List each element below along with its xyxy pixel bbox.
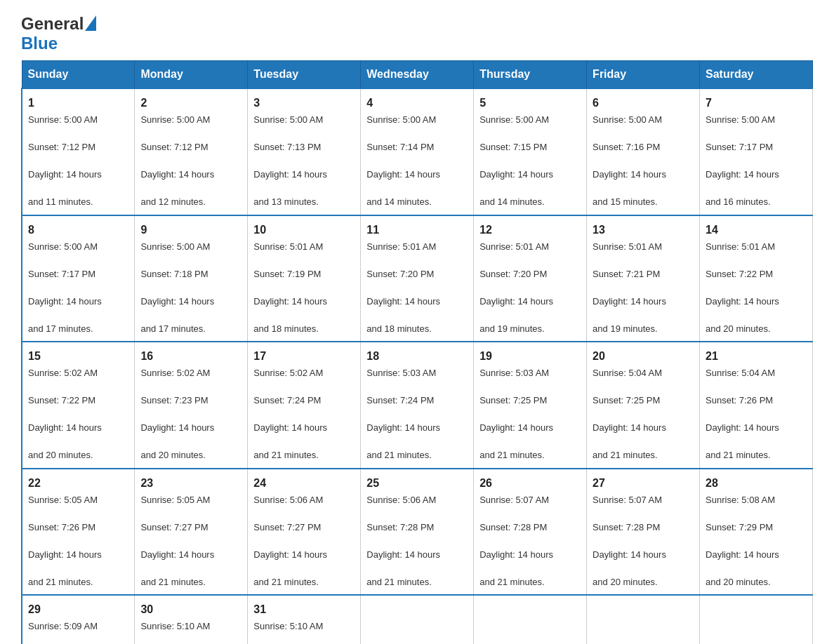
daylight-minutes: and 20 minutes. (706, 322, 807, 336)
daylight-label: Daylight: 14 hours (28, 168, 128, 182)
sunrise-label: Sunrise: 5:07 AM (593, 493, 694, 507)
calendar-cell: 1Sunrise: 5:00 AMSunset: 7:12 PMDaylight… (22, 88, 135, 215)
sunset-label: Sunset: 7:16 PM (593, 140, 694, 154)
calendar-cell: 8Sunrise: 5:00 AMSunset: 7:17 PMDaylight… (22, 215, 135, 342)
sunset-label: Sunset: 7:27 PM (140, 521, 241, 535)
daylight-label: Daylight: 14 hours (253, 548, 355, 562)
weekday-header-monday: Monday (135, 61, 248, 89)
daylight-label: Daylight: 14 hours (479, 548, 581, 562)
daylight-label: Daylight: 14 hours (366, 421, 468, 435)
day-number: 15 (28, 348, 128, 365)
sunset-label: Sunset: 7:28 PM (366, 521, 468, 535)
sunrise-label: Sunrise: 5:02 AM (28, 366, 128, 380)
sunset-label: Sunset: 7:23 PM (140, 394, 241, 408)
weekday-header-saturday: Saturday (700, 61, 813, 89)
sunset-label: Sunset: 7:26 PM (706, 394, 807, 408)
day-number: 24 (253, 475, 355, 492)
sunset-label: Sunset: 7:17 PM (706, 140, 807, 154)
daylight-minutes: and 21 minutes. (28, 575, 128, 589)
sunrise-label: Sunrise: 5:09 AM (28, 619, 128, 633)
week-row-1: 1Sunrise: 5:00 AMSunset: 7:12 PMDaylight… (22, 88, 813, 215)
calendar-cell: 4Sunrise: 5:00 AMSunset: 7:14 PMDaylight… (361, 88, 474, 215)
calendar-cell: 24Sunrise: 5:06 AMSunset: 7:27 PMDayligh… (248, 469, 361, 596)
daylight-label: Daylight: 14 hours (253, 421, 355, 435)
sunset-label: Sunset: 7:24 PM (253, 394, 355, 408)
logo: General Blue (21, 14, 96, 53)
sunset-label: Sunset: 7:12 PM (28, 140, 128, 154)
sunrise-label: Sunrise: 5:00 AM (706, 113, 807, 127)
calendar-cell (361, 595, 474, 644)
day-number: 23 (140, 475, 241, 492)
weekday-header-wednesday: Wednesday (361, 61, 474, 89)
daylight-label: Daylight: 14 hours (140, 168, 241, 182)
sunrise-label: Sunrise: 5:04 AM (706, 366, 807, 380)
day-number: 25 (366, 475, 468, 492)
calendar-cell: 31Sunrise: 5:10 AMSunset: 7:30 PMDayligh… (248, 595, 361, 644)
calendar-cell: 19Sunrise: 5:03 AMSunset: 7:25 PMDayligh… (474, 342, 587, 469)
week-row-2: 8Sunrise: 5:00 AMSunset: 7:17 PMDaylight… (22, 215, 813, 342)
logo-arrow-icon (85, 15, 96, 31)
calendar-cell: 2Sunrise: 5:00 AMSunset: 7:12 PMDaylight… (135, 88, 248, 215)
sunrise-label: Sunrise: 5:02 AM (253, 366, 355, 380)
daylight-label: Daylight: 14 hours (479, 168, 581, 182)
logo-general-text: General (21, 14, 84, 34)
daylight-label: Daylight: 14 hours (366, 295, 468, 309)
calendar-cell: 20Sunrise: 5:04 AMSunset: 7:25 PMDayligh… (587, 342, 700, 469)
daylight-label: Daylight: 14 hours (479, 421, 581, 435)
daylight-minutes: and 18 minutes. (366, 322, 468, 336)
sunrise-label: Sunrise: 5:01 AM (479, 240, 581, 254)
sunset-label: Sunset: 7:13 PM (253, 140, 355, 154)
weekday-header-tuesday: Tuesday (248, 61, 361, 89)
sunrise-label: Sunrise: 5:00 AM (593, 113, 694, 127)
daylight-minutes: and 21 minutes. (366, 448, 468, 462)
sunset-label: Sunset: 7:28 PM (593, 521, 694, 535)
daylight-label: Daylight: 14 hours (140, 295, 241, 309)
day-number: 8 (28, 222, 128, 239)
sunrise-label: Sunrise: 5:08 AM (706, 493, 807, 507)
calendar-cell: 3Sunrise: 5:00 AMSunset: 7:13 PMDaylight… (248, 88, 361, 215)
daylight-label: Daylight: 14 hours (593, 548, 694, 562)
calendar-cell: 28Sunrise: 5:08 AMSunset: 7:29 PMDayligh… (700, 469, 813, 596)
calendar-cell: 11Sunrise: 5:01 AMSunset: 7:20 PMDayligh… (361, 215, 474, 342)
daylight-minutes: and 17 minutes. (28, 322, 128, 336)
daylight-minutes: and 14 minutes. (479, 195, 581, 209)
sunset-label: Sunset: 7:14 PM (366, 140, 468, 154)
sunrise-label: Sunrise: 5:00 AM (140, 240, 241, 254)
daylight-label: Daylight: 14 hours (366, 168, 468, 182)
daylight-minutes: and 20 minutes. (140, 448, 241, 462)
sunrise-label: Sunrise: 5:10 AM (140, 619, 241, 633)
sunrise-label: Sunrise: 5:06 AM (366, 493, 468, 507)
day-number: 1 (28, 95, 128, 112)
day-number: 19 (479, 348, 581, 365)
daylight-label: Daylight: 14 hours (593, 295, 694, 309)
calendar-cell: 23Sunrise: 5:05 AMSunset: 7:27 PMDayligh… (135, 469, 248, 596)
daylight-minutes: and 21 minutes. (366, 575, 468, 589)
logo-blue-text: Blue (21, 34, 58, 53)
daylight-label: Daylight: 14 hours (593, 421, 694, 435)
calendar-cell: 10Sunrise: 5:01 AMSunset: 7:19 PMDayligh… (248, 215, 361, 342)
daylight-minutes: and 20 minutes. (28, 448, 128, 462)
calendar-cell: 30Sunrise: 5:10 AMSunset: 7:29 PMDayligh… (135, 595, 248, 644)
day-number: 11 (366, 222, 468, 239)
daylight-label: Daylight: 14 hours (706, 168, 807, 182)
calendar-cell: 21Sunrise: 5:04 AMSunset: 7:26 PMDayligh… (700, 342, 813, 469)
sunset-label: Sunset: 7:18 PM (140, 267, 241, 281)
sunrise-label: Sunrise: 5:07 AM (479, 493, 581, 507)
week-row-5: 29Sunrise: 5:09 AMSunset: 7:29 PMDayligh… (22, 595, 813, 644)
day-number: 22 (28, 475, 128, 492)
sunset-label: Sunset: 7:27 PM (253, 521, 355, 535)
daylight-minutes: and 21 minutes. (253, 575, 355, 589)
weekday-header-row: SundayMondayTuesdayWednesdayThursdayFrid… (22, 61, 813, 89)
daylight-minutes: and 13 minutes. (253, 195, 355, 209)
calendar-cell: 6Sunrise: 5:00 AMSunset: 7:16 PMDaylight… (587, 88, 700, 215)
weekday-header-sunday: Sunday (22, 61, 135, 89)
daylight-label: Daylight: 14 hours (253, 295, 355, 309)
calendar-cell (474, 595, 587, 644)
sunrise-label: Sunrise: 5:05 AM (140, 493, 241, 507)
day-number: 20 (593, 348, 694, 365)
daylight-minutes: and 11 minutes. (28, 195, 128, 209)
sunset-label: Sunset: 7:24 PM (366, 394, 468, 408)
calendar-cell: 26Sunrise: 5:07 AMSunset: 7:28 PMDayligh… (474, 469, 587, 596)
calendar-cell: 27Sunrise: 5:07 AMSunset: 7:28 PMDayligh… (587, 469, 700, 596)
sunrise-label: Sunrise: 5:00 AM (479, 113, 581, 127)
